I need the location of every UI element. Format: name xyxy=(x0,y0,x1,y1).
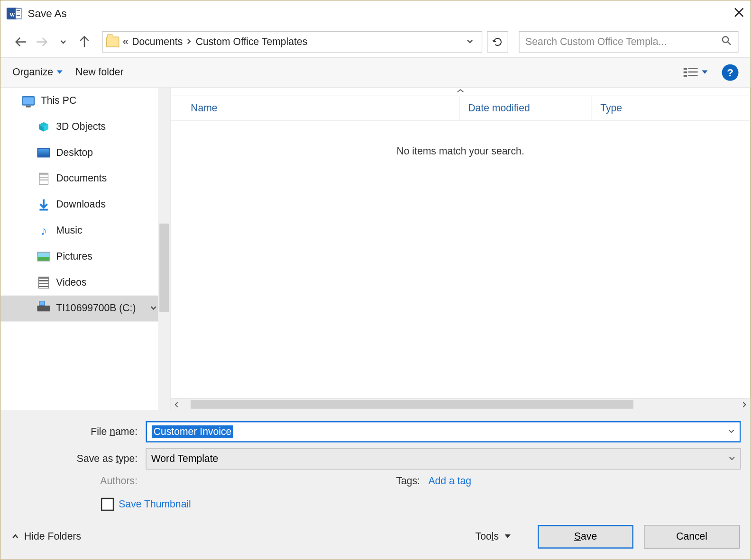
authors-label: Authors: xyxy=(10,475,146,487)
forward-button[interactable] xyxy=(34,34,50,50)
search-input[interactable] xyxy=(525,36,721,48)
tree-downloads[interactable]: Downloads xyxy=(0,192,170,218)
column-date[interactable]: Date modified xyxy=(460,96,592,120)
history-dropdown[interactable] xyxy=(55,34,72,50)
tree-music[interactable]: ♪ Music xyxy=(0,217,170,244)
save-type-value: Word Template xyxy=(151,453,219,465)
filename-input[interactable]: Customer Invoice xyxy=(146,421,741,443)
filename-dropdown[interactable] xyxy=(728,426,735,438)
search-icon[interactable] xyxy=(721,35,732,49)
folder-icon xyxy=(106,36,119,47)
save-button[interactable]: Save xyxy=(538,525,633,549)
svg-rect-7 xyxy=(684,68,687,70)
type-dropdown[interactable] xyxy=(728,453,735,465)
svg-rect-11 xyxy=(684,75,687,77)
column-name[interactable]: Name xyxy=(171,96,460,120)
hide-folders-button[interactable]: Hide Folders xyxy=(24,531,81,543)
save-type-label: Save as type: xyxy=(10,453,146,465)
scrollbar-thumb[interactable] xyxy=(191,400,633,409)
search-box[interactable] xyxy=(519,31,738,53)
filename-label: File name: xyxy=(10,426,146,438)
hide-folders-chevron[interactable] xyxy=(11,531,19,543)
svg-rect-9 xyxy=(684,72,687,73)
scroll-right-arrow[interactable] xyxy=(738,398,750,410)
save-thumbnail-label[interactable]: Save Thumbnail xyxy=(119,498,191,510)
pictures-icon xyxy=(37,251,50,262)
music-icon: ♪ xyxy=(37,225,50,236)
tree-drive-c[interactable]: TI10699700B (C:) xyxy=(0,296,170,322)
address-bar[interactable]: « Documents Custom Office Templates xyxy=(102,31,482,53)
svg-rect-2 xyxy=(15,8,21,18)
tree-3d-objects[interactable]: 3D Objects xyxy=(0,114,170,140)
desktop-icon xyxy=(37,147,50,159)
back-button[interactable] xyxy=(12,34,29,50)
cube-icon xyxy=(37,121,50,133)
tree-this-pc[interactable]: This PC xyxy=(0,88,170,114)
refresh-button[interactable] xyxy=(487,31,508,53)
word-app-icon: w xyxy=(7,6,22,21)
videos-icon xyxy=(37,277,50,289)
downloads-icon xyxy=(37,199,50,211)
tree-videos[interactable]: Videos xyxy=(0,270,170,296)
scroll-left-arrow[interactable] xyxy=(171,398,183,410)
breadcrumb-current[interactable]: Custom Office Templates xyxy=(196,36,308,48)
svg-text:w: w xyxy=(9,10,15,18)
view-options[interactable] xyxy=(683,67,707,79)
empty-message: No items match your search. xyxy=(171,121,751,157)
tags-label: Tags: xyxy=(396,475,420,487)
tree-desktop[interactable]: Desktop xyxy=(0,140,170,166)
tree-pictures[interactable]: Pictures xyxy=(0,244,170,270)
documents-icon xyxy=(37,173,50,185)
svg-rect-13 xyxy=(39,209,47,211)
save-thumbnail-checkbox[interactable] xyxy=(101,498,114,511)
save-type-select[interactable]: Word Template xyxy=(146,448,741,470)
collapse-chevron[interactable] xyxy=(171,88,751,96)
tree-documents[interactable]: Documents xyxy=(0,166,170,192)
chevron-right-icon[interactable] xyxy=(186,36,192,48)
drive-icon xyxy=(37,303,50,315)
organize-menu[interactable]: Organize xyxy=(12,67,63,79)
sidebar-scrollbar[interactable] xyxy=(158,88,170,410)
svg-point-6 xyxy=(723,36,728,42)
window-title: Save As xyxy=(28,8,721,20)
svg-rect-8 xyxy=(688,68,698,69)
help-button[interactable]: ? xyxy=(722,64,739,81)
pc-icon xyxy=(22,95,35,107)
breadcrumb-documents[interactable]: Documents xyxy=(132,36,183,48)
tools-menu[interactable]: Tools xyxy=(476,531,511,543)
up-button[interactable] xyxy=(76,34,93,50)
add-tag-link[interactable]: Add a tag xyxy=(428,475,471,487)
cancel-button[interactable]: Cancel xyxy=(644,525,740,549)
filename-value: Customer Invoice xyxy=(152,425,233,438)
address-dropdown[interactable] xyxy=(467,36,474,48)
horizontal-scrollbar[interactable] xyxy=(171,398,751,410)
column-headers: Name Date modified Type xyxy=(171,96,751,121)
svg-rect-10 xyxy=(688,72,698,72)
column-type[interactable]: Type xyxy=(592,96,751,120)
scrollbar-thumb[interactable] xyxy=(159,224,169,312)
svg-rect-12 xyxy=(688,75,698,76)
navigation-tree: This PC 3D Objects Desktop Documents xyxy=(0,88,171,410)
chevron-down-icon[interactable] xyxy=(150,303,157,315)
breadcrumb-prefix: « xyxy=(123,36,128,48)
close-button[interactable] xyxy=(721,6,744,21)
new-folder-button[interactable]: New folder xyxy=(75,67,123,79)
